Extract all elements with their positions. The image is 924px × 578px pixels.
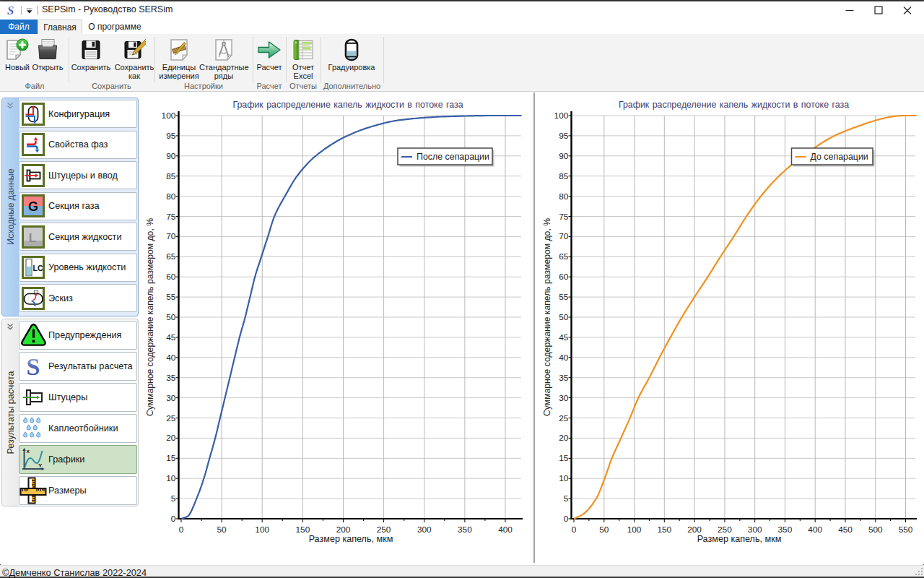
svg-text:45: 45 bbox=[559, 332, 569, 342]
svg-text:Размер капель, мкм: Размер капель, мкм bbox=[309, 534, 393, 544]
svg-text:400: 400 bbox=[808, 525, 822, 535]
svg-text:65: 65 bbox=[166, 251, 176, 262]
svg-text:Суммарное содержание капель ра: Суммарное содержание капель размером до,… bbox=[542, 218, 552, 416]
svg-text:25: 25 bbox=[166, 413, 176, 423]
svg-text:60: 60 bbox=[166, 272, 176, 282]
svg-text:500: 500 bbox=[868, 525, 883, 535]
svg-text:10: 10 bbox=[559, 473, 569, 483]
svg-text:График распределение капель жи: График распределение капель жидкости в п… bbox=[619, 100, 849, 110]
svg-text:250: 250 bbox=[377, 525, 391, 535]
svg-text:40: 40 bbox=[166, 353, 176, 363]
svg-text:550: 550 bbox=[899, 525, 913, 535]
svg-text:50: 50 bbox=[599, 525, 609, 535]
svg-text:50: 50 bbox=[166, 312, 176, 322]
svg-text:100: 100 bbox=[627, 525, 642, 535]
svg-text:50: 50 bbox=[559, 312, 569, 322]
svg-text:250: 250 bbox=[718, 525, 732, 535]
svg-text:5: 5 bbox=[171, 493, 176, 504]
svg-text:55: 55 bbox=[559, 292, 569, 302]
svg-text:80: 80 bbox=[166, 191, 176, 202]
svg-text:40: 40 bbox=[559, 353, 569, 363]
svg-text:Размер капель, мкм: Размер капель, мкм bbox=[697, 534, 782, 544]
svg-text:35: 35 bbox=[166, 373, 176, 383]
svg-text:450: 450 bbox=[838, 525, 853, 535]
svg-text:0: 0 bbox=[179, 525, 184, 535]
svg-text:15: 15 bbox=[166, 453, 176, 463]
svg-text:70: 70 bbox=[166, 231, 176, 241]
svg-text:30: 30 bbox=[166, 393, 176, 403]
svg-text:100: 100 bbox=[255, 525, 269, 535]
svg-text:95: 95 bbox=[166, 131, 176, 141]
svg-text:5: 5 bbox=[564, 493, 569, 504]
svg-text:45: 45 bbox=[166, 332, 176, 342]
svg-text:20: 20 bbox=[559, 433, 569, 443]
svg-text:После сепарации: После сепарации bbox=[417, 152, 489, 162]
svg-text:350: 350 bbox=[458, 525, 472, 535]
svg-text:150: 150 bbox=[657, 525, 671, 535]
svg-text:65: 65 bbox=[559, 251, 569, 262]
svg-text:0: 0 bbox=[572, 525, 577, 535]
svg-text:200: 200 bbox=[336, 525, 351, 535]
svg-text:300: 300 bbox=[417, 525, 432, 535]
svg-text:25: 25 bbox=[559, 413, 569, 423]
svg-text:350: 350 bbox=[778, 525, 793, 535]
svg-text:90: 90 bbox=[559, 151, 569, 161]
svg-text:90: 90 bbox=[166, 151, 176, 161]
svg-text:0: 0 bbox=[171, 514, 176, 524]
svg-text:200: 200 bbox=[687, 525, 702, 535]
svg-text:График распределение капель жи: График распределение капель жидкости в п… bbox=[232, 100, 463, 110]
svg-text:100: 100 bbox=[162, 111, 176, 121]
svg-text:20: 20 bbox=[166, 433, 176, 443]
svg-text:400: 400 bbox=[498, 525, 513, 535]
svg-text:35: 35 bbox=[559, 373, 569, 383]
svg-text:75: 75 bbox=[559, 212, 569, 222]
svg-text:85: 85 bbox=[166, 171, 176, 181]
svg-text:10: 10 bbox=[166, 473, 176, 483]
svg-text:0: 0 bbox=[564, 514, 569, 524]
svg-text:15: 15 bbox=[559, 453, 569, 463]
svg-text:300: 300 bbox=[748, 525, 762, 535]
svg-text:55: 55 bbox=[166, 292, 176, 302]
svg-text:Суммарное содержание капель ра: Суммарное содержание капель размером до,… bbox=[145, 218, 155, 416]
svg-text:100: 100 bbox=[554, 111, 569, 121]
svg-text:150: 150 bbox=[296, 525, 310, 535]
svg-text:60: 60 bbox=[559, 272, 569, 282]
svg-text:50: 50 bbox=[217, 525, 227, 535]
svg-text:75: 75 bbox=[166, 212, 176, 222]
svg-text:85: 85 bbox=[559, 171, 569, 181]
svg-text:До сепарации: До сепарации bbox=[811, 152, 868, 162]
svg-text:70: 70 bbox=[559, 231, 569, 241]
svg-text:95: 95 bbox=[559, 131, 569, 141]
svg-text:30: 30 bbox=[559, 393, 569, 403]
svg-text:80: 80 bbox=[559, 191, 569, 202]
